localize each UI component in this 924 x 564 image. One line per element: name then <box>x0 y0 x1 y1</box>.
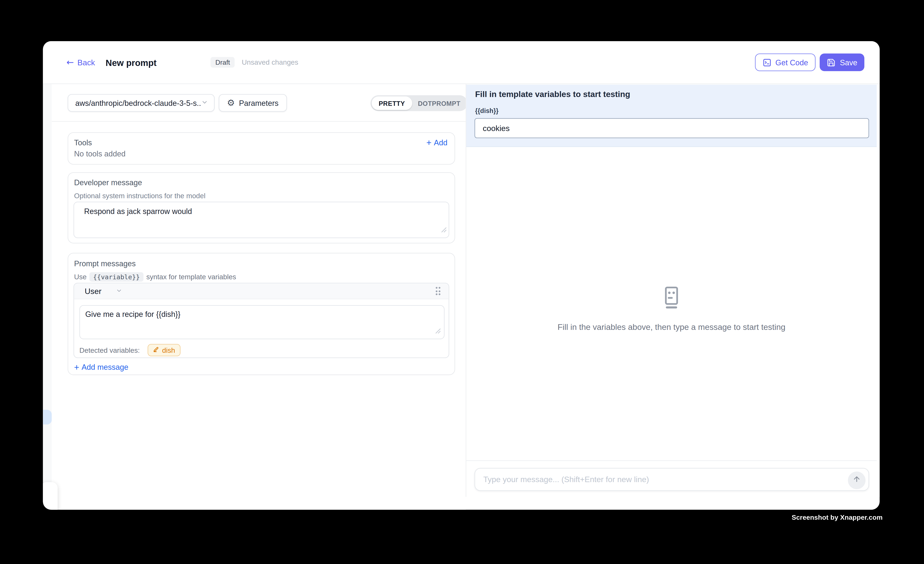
variable-syntax-hint: Use {{variable}} syntax for template var… <box>74 272 454 282</box>
variable-name-label: {{dish}} <box>475 107 498 114</box>
screenshot-stage: ← Back New prompt Draft Unsaved changes … <box>0 0 924 564</box>
get-code-button[interactable]: Get Code <box>755 54 816 71</box>
message-textarea[interactable]: Give me a recipe for {{dish}} <box>80 305 445 339</box>
get-code-label: Get Code <box>776 58 808 67</box>
add-tool-label: Add <box>434 138 447 147</box>
page-title: New prompt <box>106 57 157 68</box>
toggle-option-pretty[interactable]: PRETTY <box>372 96 412 110</box>
app-window: ← Back New prompt Draft Unsaved changes … <box>43 41 879 510</box>
save-icon <box>827 58 836 67</box>
chevron-down-icon <box>116 286 122 296</box>
back-arrow-icon: ← <box>66 58 74 67</box>
chat-input-bar <box>466 460 876 497</box>
editor-toolbar: aws/anthropic/bedrock-claude-3-5-s... ⚙ … <box>52 84 466 122</box>
chat-input-container <box>475 468 869 491</box>
save-label: Save <box>840 58 857 67</box>
variable-value-input[interactable] <box>475 118 869 138</box>
detected-variables-row: Detected variables: dish <box>80 344 180 356</box>
status-badge: Draft <box>211 57 235 68</box>
back-button[interactable]: ← Back <box>66 58 95 67</box>
variable-syntax-code: {{variable}} <box>90 272 143 282</box>
watermark-text: Screenshot by Xnapper.com <box>792 514 883 521</box>
variables-panel: Fill in template variables to start test… <box>466 85 876 147</box>
add-message-label: Add message <box>82 363 129 372</box>
prompt-editor-pane: aws/anthropic/bedrock-claude-3-5-s... ⚙ … <box>52 84 466 510</box>
toggle-option-dotprompt[interactable]: DOTPROMPT <box>412 96 466 110</box>
hint-prefix: Use <box>74 273 87 281</box>
variables-panel-title: Fill in template variables to start test… <box>475 90 630 99</box>
bot-face-icon <box>660 302 683 312</box>
save-button[interactable]: Save <box>820 54 864 71</box>
arrow-up-icon <box>853 475 861 485</box>
drag-handle-icon[interactable] <box>435 287 440 295</box>
add-tool-button[interactable]: + Add <box>426 138 447 147</box>
header: ← Back New prompt Draft Unsaved changes … <box>43 41 879 84</box>
plus-icon: + <box>426 138 432 147</box>
corner-popover-peek <box>43 482 57 510</box>
test-pane: Fill in template variables to start test… <box>466 84 880 497</box>
tools-card: Tools + Add No tools added <box>68 132 455 165</box>
send-button[interactable] <box>848 471 866 489</box>
chevron-down-icon <box>201 99 208 107</box>
message-role-value: User <box>85 286 101 296</box>
sidebar-active-item-peek <box>43 410 52 424</box>
gear-icon: ⚙ <box>227 99 235 107</box>
sidebar-edge-peek <box>43 84 52 483</box>
detected-variables-label: Detected variables: <box>80 346 140 354</box>
message-header: User <box>74 284 449 299</box>
add-message-button[interactable]: + Add message <box>74 363 128 372</box>
model-select[interactable]: aws/anthropic/bedrock-claude-3-5-s... <box>68 94 214 112</box>
tools-empty-text: No tools added <box>74 149 447 158</box>
developer-message-subtitle: Optional system instructions for the mod… <box>74 192 454 200</box>
message-role-select[interactable]: User <box>85 286 122 296</box>
header-actions: Get Code Save <box>755 54 864 71</box>
model-select-value: aws/anthropic/bedrock-claude-3-5-s... <box>75 99 201 107</box>
hint-suffix: syntax for template variables <box>146 273 236 281</box>
message-block: User Give me a recipe for {{dish}} Detec… <box>74 283 449 358</box>
prompt-messages-title: Prompt messages <box>74 260 454 268</box>
back-label: Back <box>77 58 95 67</box>
variable-chip-dish[interactable]: dish <box>147 344 180 356</box>
terminal-icon <box>762 58 771 67</box>
chat-message-input[interactable] <box>483 469 813 490</box>
empty-state-text: Fill in the variables above, then type a… <box>466 322 876 332</box>
plus-icon: + <box>74 363 80 372</box>
parameters-label: Parameters <box>239 99 279 107</box>
developer-message-textarea[interactable]: Respond as jack sparrow would <box>74 202 449 238</box>
variable-chip-label: dish <box>162 346 175 354</box>
empty-state: Fill in the variables above, then type a… <box>466 286 876 332</box>
prompt-messages-card: Prompt messages Use {{variable}} syntax … <box>68 253 455 375</box>
developer-message-card: Developer message Optional system instru… <box>68 172 455 243</box>
tools-title: Tools <box>74 138 92 147</box>
pencil-icon <box>153 346 159 354</box>
developer-message-title: Developer message <box>74 178 454 187</box>
unsaved-changes-text: Unsaved changes <box>242 58 298 66</box>
format-toggle[interactable]: PRETTY DOTPROMPT <box>370 95 468 111</box>
parameters-button[interactable]: ⚙ Parameters <box>219 94 287 112</box>
